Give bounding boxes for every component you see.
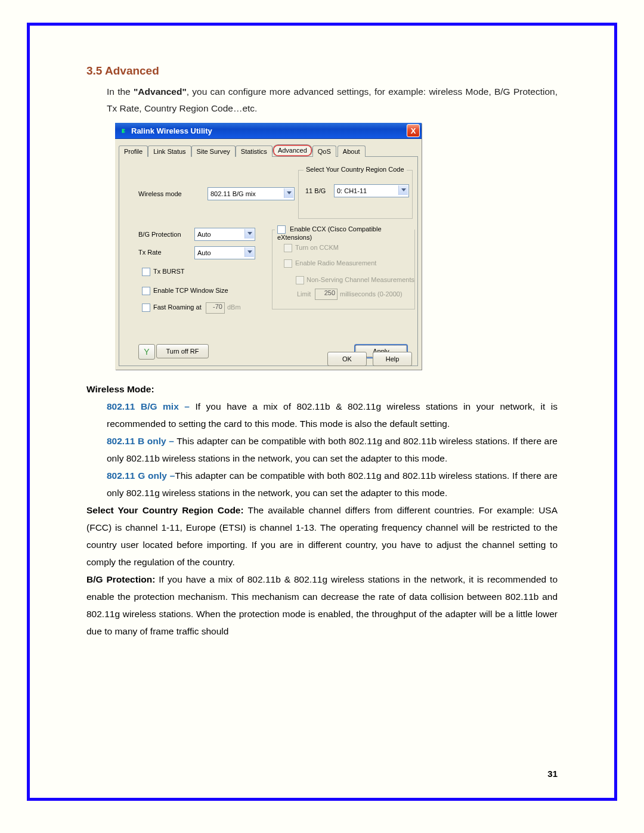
tab-about[interactable]: About — [338, 145, 366, 157]
bgp-paragraph: B/G Protection: If you have a mix of 802… — [86, 571, 558, 640]
gonly-option: 802.11 G only – — [107, 470, 175, 481]
bg-protection-combo[interactable]: Auto — [194, 228, 255, 241]
title-bar[interactable]: ı₵ Ralink Wireless Utility X — [115, 123, 422, 139]
wireless-mode-label: Wireless mode — [138, 190, 182, 197]
tab-advanced[interactable]: Advanced — [273, 144, 312, 156]
page-number: 31 — [547, 769, 558, 779]
bonly-text: This adapter can be compatible with both… — [107, 436, 558, 463]
cckm-label: Turn on CCKM — [295, 244, 339, 251]
tx-rate-combo[interactable]: Auto — [194, 246, 255, 259]
region-bg-value: 0: CH1-11 — [337, 187, 367, 194]
tab-profile[interactable]: Profile — [119, 145, 148, 157]
tab-link-status[interactable]: Link Status — [148, 145, 191, 157]
tab-statistics[interactable]: Statistics — [236, 145, 273, 157]
limit-input: 250 — [315, 289, 338, 300]
window-title: Ralink Wireless Utility — [131, 126, 407, 135]
tx-rate-label: Tx Rate — [138, 249, 162, 256]
cckm-checkbox — [284, 244, 292, 252]
nonserving-label: Non-Serving Channel Measurements — [306, 276, 414, 283]
bgp-heading: B/G Protection: — [86, 574, 155, 584]
region-heading: Select Your Country Region Code: — [86, 505, 244, 515]
limit-unit: milliseconds (0-2000) — [340, 290, 402, 298]
region-bg-label: 11 B/G — [305, 187, 326, 194]
fast-roaming-unit: dBm — [227, 304, 241, 311]
advanced-panel: Wireless mode 802.11 B/G mix Select Your… — [119, 157, 418, 366]
tx-burst-checkbox[interactable] — [142, 268, 150, 276]
tx-rate-value: Auto — [197, 249, 211, 256]
radio-meas-label: Enable Radio Measurement — [295, 259, 376, 267]
tab-site-survey[interactable]: Site Survey — [191, 145, 236, 157]
intro-prefix: In the — [107, 86, 134, 97]
wireless-mode-value: 802.11 B/G mix — [210, 190, 256, 197]
fast-roaming-checkbox[interactable] — [142, 304, 150, 312]
region-group-title: Select Your Country Region Code — [304, 166, 407, 173]
close-button[interactable]: X — [407, 124, 420, 137]
wm-heading: Wireless Mode: — [86, 384, 154, 394]
ccx-group-title: Enable CCX (Cisco Compatible eXtensions) — [277, 225, 382, 241]
gonly-paragraph: 802.11 G only –This adapter can be compa… — [86, 467, 558, 501]
region-bg-combo[interactable]: 0: CH1-11 — [334, 184, 409, 197]
bgmix-option: 802.11 B/G mix – — [107, 401, 190, 411]
rf-antenna-icon: Y — [138, 344, 155, 360]
app-icon: ı₵ — [119, 126, 128, 135]
intro-paragraph: In the "Advanced", you can configure mor… — [86, 83, 558, 117]
tcp-window-label: Enable TCP Window Size — [153, 287, 228, 294]
radio-meas-checkbox — [284, 259, 292, 268]
fast-roaming-label: Fast Roaming at — [153, 304, 202, 311]
tx-burst-label: Tx BURST — [153, 268, 185, 275]
fast-roaming-input[interactable]: -70 — [206, 302, 225, 314]
turn-off-rf-button[interactable]: Turn off RF — [156, 344, 209, 358]
ccx-checkbox[interactable] — [277, 225, 286, 234]
gonly-text: This adapter can be compatible with both… — [107, 470, 558, 498]
ralink-window: ı₵ Ralink Wireless Utility X Profile Lin… — [115, 123, 422, 370]
help-button[interactable]: Help — [373, 352, 412, 366]
bgmix-paragraph: 802.11 B/G mix – If you have a mix of 80… — [86, 398, 558, 432]
ok-button[interactable]: OK — [327, 352, 367, 366]
tcp-window-checkbox[interactable] — [142, 287, 150, 295]
wireless-mode-combo[interactable]: 802.11 B/G mix — [208, 187, 295, 200]
wireless-mode-section: Wireless Mode: — [86, 380, 558, 398]
intro-bold: "Advanced" — [134, 86, 187, 97]
ccx-title-wrap: Enable CCX (Cisco Compatible eXtensions) — [275, 225, 414, 241]
bg-protection-label: B/G Protection — [138, 231, 181, 238]
region-paragraph: Select Your Country Region Code: The ava… — [86, 501, 558, 571]
tab-strip: Profile Link Status Site Survey Statisti… — [119, 144, 418, 157]
bonly-paragraph: 802.11 B only – This adapter can be comp… — [86, 432, 558, 467]
tab-qos[interactable]: QoS — [312, 145, 336, 157]
bgp-text: If you have a mix of 802.11b & 802.11g w… — [86, 574, 558, 636]
bonly-option: 802.11 B only – — [107, 436, 174, 446]
nonserving-checkbox — [296, 276, 304, 284]
section-heading: 3.5 Advanced — [86, 64, 558, 78]
limit-label: Limit — [297, 290, 311, 298]
bg-protection-value: Auto — [197, 231, 211, 238]
